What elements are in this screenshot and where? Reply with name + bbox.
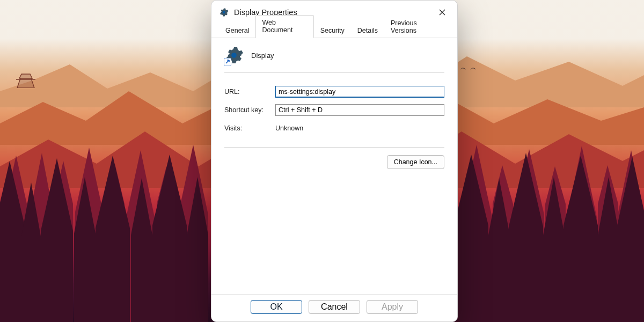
tab-web-document[interactable]: Web Document [255,15,313,38]
display-shortcut-icon [224,46,244,65]
wallpaper-watchtower [15,73,36,88]
properties-dialog: Display Properties General Web Document … [211,0,458,322]
svg-point-1 [231,53,237,58]
shortcut-overlay-icon [224,58,231,65]
gear-icon [219,8,229,17]
cancel-button[interactable]: Cancel [309,300,360,314]
tab-details[interactable]: Details [351,23,384,38]
url-label: URL: [224,88,275,96]
apply-button[interactable]: Apply [367,300,418,314]
url-input[interactable] [275,86,444,98]
svg-point-0 [223,11,225,14]
dialog-body: Display URL: Shortcut key: Visits: [211,38,457,294]
target-name: Display [251,52,274,60]
tab-strip: General Web Document Security Details Pr… [211,22,457,38]
change-icon-button[interactable]: Change Icon... [387,155,444,169]
shortcut-key-input[interactable] [275,104,444,116]
tab-security[interactable]: Security [314,23,351,38]
target-header: Display [224,46,444,73]
tab-previous-versions[interactable]: Previous Versions [384,16,450,38]
close-icon [439,9,445,16]
wallpaper-birds: ︵ ︵ [460,63,478,72]
form: URL: Shortcut key: Visits: Unknown [224,73,444,148]
tab-general[interactable]: General [219,23,255,38]
shortcut-key-label: Shortcut key: [224,106,275,114]
visits-value: Unknown [275,125,303,132]
dialog-footer: OK Cancel Apply [211,294,457,321]
desktop-wallpaper: ︵ ︵ [0,0,644,322]
ok-button[interactable]: OK [251,300,302,314]
visits-label: Visits: [224,125,275,132]
